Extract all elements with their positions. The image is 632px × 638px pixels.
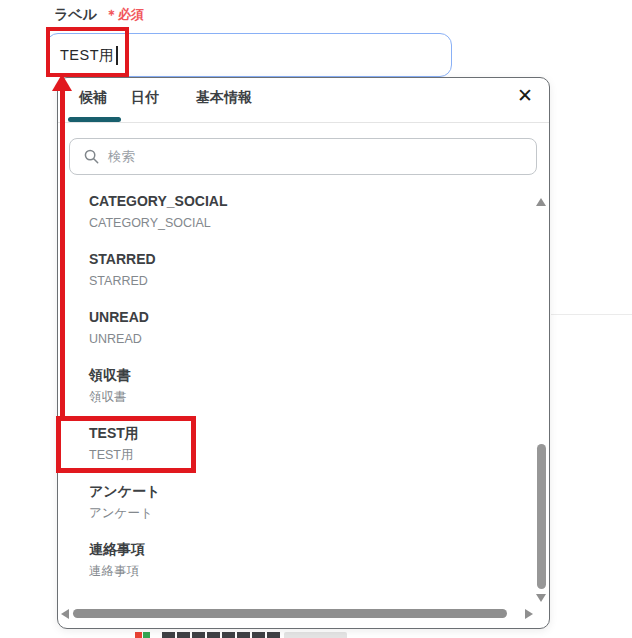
item-title: CATEGORY_SOCIAL [89, 192, 534, 210]
label-color-icon [135, 632, 151, 638]
item-title: 連絡事項 [89, 540, 534, 558]
item-subtitle: CATEGORY_SOCIAL [89, 215, 534, 231]
background-divider [551, 314, 632, 315]
close-icon[interactable]: ✕ [517, 85, 533, 107]
search-input[interactable]: 検索 [69, 138, 537, 175]
item-title: STARRED [89, 250, 534, 268]
scroll-down-icon[interactable] [536, 594, 546, 602]
tab-date[interactable]: 日付 [131, 89, 159, 107]
tab-basic-info[interactable]: 基本情報 [196, 89, 252, 107]
clipped-text-glyphs [162, 632, 280, 638]
scroll-up-icon[interactable] [536, 198, 546, 206]
candidate-list-item[interactable]: CATEGORY_SOCIAL CATEGORY_SOCIAL [58, 183, 534, 241]
item-subtitle: UNREAD [89, 331, 534, 347]
annotation-arrow-head [52, 74, 72, 91]
item-title: 領収書 [89, 366, 534, 384]
field-label: ラベル [54, 6, 97, 24]
tab-candidates[interactable]: 候補 [79, 89, 107, 107]
candidate-list-item[interactable]: UNREAD UNREAD [58, 299, 534, 357]
candidate-list: CATEGORY_SOCIAL CATEGORY_SOCIAL STARRED … [58, 183, 534, 589]
vertical-scrollbar-thumb[interactable] [537, 444, 546, 589]
annotation-box-input [46, 27, 129, 77]
candidate-list-item[interactable]: 連絡事項 連絡事項 [58, 531, 534, 589]
search-placeholder: 検索 [108, 148, 135, 166]
item-subtitle: STARRED [89, 273, 534, 289]
scroll-left-icon[interactable] [61, 609, 69, 619]
tabs-divider [58, 122, 549, 123]
search-icon [84, 149, 99, 164]
suggestion-popup: 候補 日付 基本情報 ✕ 検索 CATEGORY_SOCIAL CATEGORY… [57, 77, 550, 629]
candidate-list-item[interactable]: アンケート アンケート [58, 473, 534, 531]
item-subtitle: アンケート [89, 505, 534, 521]
scroll-right-icon[interactable] [525, 609, 533, 619]
item-title: UNREAD [89, 308, 534, 326]
item-title: アンケート [89, 482, 534, 500]
required-badge: ＊必須 [105, 6, 144, 24]
item-subtitle: 領収書 [89, 389, 534, 405]
clipped-gray-block [284, 632, 347, 638]
candidate-list-item[interactable]: STARRED STARRED [58, 241, 534, 299]
item-subtitle: 連絡事項 [89, 563, 534, 579]
field-label-row: ラベル ＊必須 [54, 6, 144, 24]
clipped-background-row [135, 632, 347, 638]
annotation-arrow-shaft [60, 90, 65, 417]
annotation-box-list-item [56, 416, 196, 473]
horizontal-scrollbar-thumb[interactable] [73, 609, 507, 618]
candidate-list-item[interactable]: 領収書 領収書 [58, 357, 534, 415]
